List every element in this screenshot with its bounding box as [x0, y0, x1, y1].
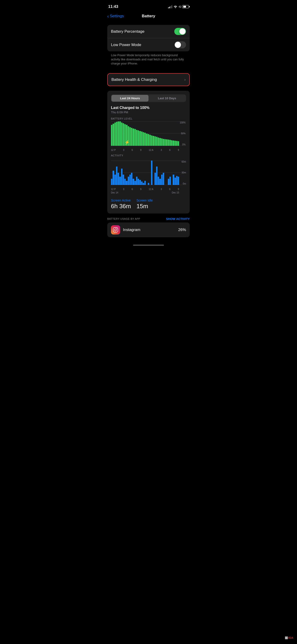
instagram-percent: 26%: [178, 228, 186, 232]
battery-x-labels: 12 P 3 6 9 12 A 3 6 9: [111, 149, 179, 151]
back-chevron-icon: ‹: [107, 14, 109, 19]
battery-health-row[interactable]: Battery Health & Charging ›: [108, 74, 189, 86]
activity-bars: [111, 160, 179, 185]
battery-percent: 42: [179, 5, 182, 8]
screen-idle-label: Screen Idle: [136, 198, 153, 202]
activity-x-labels: 12 P 3 6 9 12 A 3 6 9: [111, 188, 179, 190]
chevron-right-icon: ›: [184, 78, 186, 82]
battery-y-labels: 100% 50% 0%: [180, 122, 186, 146]
instagram-row[interactable]: Instagram 26%: [107, 222, 190, 237]
page-title: Battery: [142, 14, 156, 18]
period-tabs[interactable]: Last 24 Hours Last 10 Days: [111, 94, 186, 102]
battery-level-label: BATTERY LEVEL: [111, 117, 186, 120]
activity-y-labels: 60m 30m 0m: [182, 160, 186, 185]
battery-health-group[interactable]: Battery Health & Charging ›: [107, 73, 190, 86]
usage-title: BATTERY USAGE BY APP: [107, 218, 140, 220]
svg-point-1: [115, 229, 117, 231]
screen-active-value: 6h 36m: [111, 203, 131, 210]
back-button[interactable]: ‹ Settings: [107, 14, 124, 19]
instagram-name: Instagram: [123, 228, 178, 232]
tab-last-10-days[interactable]: Last 10 Days: [148, 95, 186, 102]
activity-label: ACTIVITY: [111, 154, 186, 157]
svg-rect-0: [113, 228, 118, 232]
battery-level-chart: 100% 50% 0% ⚡ 12 P 3 6 9 12 A 3 6 9: [111, 122, 186, 151]
back-label: Settings: [110, 14, 124, 18]
battery-toggles-group: Battery Percentage Low Power Mode: [107, 25, 190, 51]
low-power-mode-toggle[interactable]: [174, 41, 186, 48]
usage-header: BATTERY USAGE BY APP SHOW ACTIVITY: [107, 217, 190, 221]
signal-icon: [168, 5, 172, 8]
show-activity-button[interactable]: SHOW ACTIVITY: [166, 217, 190, 221]
charging-icon: ⚡: [124, 140, 130, 145]
date-labels: Dec 14 Dec 15: [111, 192, 179, 194]
low-power-description: Low Power Mode temporarily reduces backg…: [107, 51, 190, 69]
low-power-mode-row[interactable]: Low Power Mode: [107, 38, 190, 51]
battery-health-label: Battery Health & Charging: [112, 78, 157, 82]
screen-idle-item: Screen Idle 15m: [136, 198, 153, 210]
screen-active-label: Screen Active: [111, 198, 131, 202]
low-power-mode-label: Low Power Mode: [111, 42, 141, 47]
activity-chart: 60m 30m 0m 12 P 3 6 9 12 A 3 6 9: [111, 160, 186, 190]
status-icons: 42: [168, 5, 189, 8]
battery-indicator: 42: [179, 5, 189, 8]
status-bar: 11:43 42: [104, 0, 194, 12]
status-time: 11:43: [108, 4, 118, 9]
tab-last-24-hours[interactable]: Last 24 Hours: [112, 95, 148, 102]
instagram-icon: [111, 225, 120, 234]
screen-active-item: Screen Active 6h 36m: [111, 198, 131, 210]
app-usage-group: Instagram 26%: [107, 222, 190, 237]
wifi-icon: [174, 5, 177, 8]
battery-chart-section: Last 24 Hours Last 10 Days Last Charged …: [107, 91, 190, 214]
nav-header: ‹ Settings Battery: [104, 12, 194, 21]
battery-percentage-toggle[interactable]: [174, 28, 186, 35]
battery-percentage-label: Battery Percentage: [111, 29, 144, 34]
battery-bars: [111, 122, 179, 146]
screen-idle-value: 15m: [136, 203, 153, 210]
svg-point-2: [116, 228, 117, 229]
last-charged-title: Last Charged to 100%: [111, 106, 186, 110]
home-bar: [133, 244, 164, 246]
battery-icon: [182, 5, 189, 8]
screen-usage: Screen Active 6h 36m Screen Idle 15m: [111, 198, 186, 210]
last-charged-subtitle: Thu 6:09 PM: [111, 110, 186, 114]
battery-percentage-row[interactable]: Battery Percentage: [107, 25, 190, 38]
home-indicator: [104, 241, 194, 248]
